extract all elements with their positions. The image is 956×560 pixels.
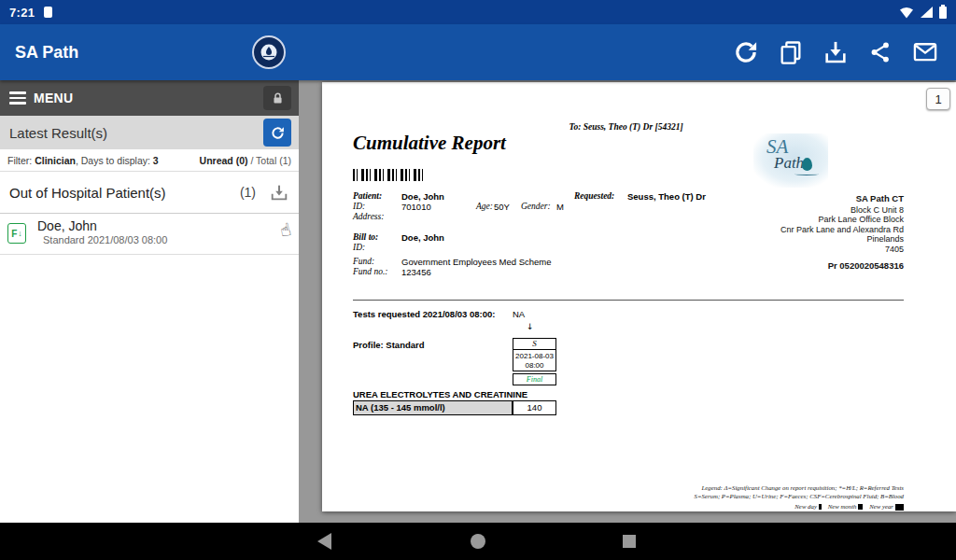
download-icon[interactable]: [822, 38, 850, 66]
latest-results-header: Latest Result(s): [0, 116, 299, 149]
legend-new-day: New day: [794, 503, 817, 510]
patient-name: Doe, John: [37, 218, 97, 233]
lock-icon: [271, 91, 285, 105]
specimen-date: 2021-08-03: [513, 352, 555, 361]
filter-days-text: , Days to display:: [76, 155, 150, 166]
status-icons: [899, 6, 947, 19]
filter-label: Filter:: [7, 155, 32, 166]
legend-line-2: S=Serum; P=Plasma; U=Urine; F=Faeces; CS…: [695, 493, 904, 501]
section-title: Out of Hospital Patient(s): [9, 185, 166, 201]
section-out-of-hospital[interactable]: Out of Hospital Patient(s) (1): [0, 172, 299, 214]
fundno-value: 123456: [401, 267, 431, 277]
app-actions: [732, 38, 956, 66]
logo-wave-icon: [794, 173, 819, 175]
tests-requested-value: NA: [513, 309, 525, 319]
age-value: 50Y: [494, 202, 510, 212]
specimen-datetime-cell: 2021-08-03 08:00: [513, 349, 556, 371]
patient-value: Doe, John: [401, 191, 444, 202]
status-time: 7:21: [9, 6, 35, 20]
menu-button[interactable]: MENU: [0, 80, 299, 116]
logo-path-text: Path: [774, 154, 804, 173]
page-number-badge: 1: [926, 88, 950, 110]
cumulative-report: To: Seuss, Theo (T) Dr [54321] Cumulativ…: [322, 82, 956, 511]
unread-count: Unread (0): [200, 155, 248, 166]
age-label: Age:: [476, 202, 493, 211]
hamburger-icon: [9, 91, 26, 105]
android-nav-bar: [0, 523, 956, 560]
status-bar: 7:21: [0, 0, 956, 24]
app-bar: SA Path: [0, 24, 956, 80]
tests-requested-line: Tests requested 2021/08/03 08:00:: [353, 309, 495, 319]
result-value-cell: 140: [513, 400, 556, 415]
battery-icon: [939, 7, 947, 19]
unread-total: Unread (0) / Total (1): [200, 155, 291, 166]
tests-requested-label: Tests requested 2021/08/03 08:00:: [353, 309, 495, 319]
legend-line-3: New day New month New year: [695, 503, 904, 511]
patient-info-block: Patient: Doe, John Requested: Seuss, The…: [353, 191, 726, 280]
recents-button[interactable]: [623, 535, 636, 548]
refresh-results-button[interactable]: [263, 119, 291, 147]
billto-value: Doe, John: [401, 232, 444, 243]
requested-label: Requested:: [574, 191, 614, 201]
share-icon[interactable]: [866, 38, 894, 66]
requested-value: Seuss, Theo (T) Dr: [627, 191, 706, 202]
download-all-icon[interactable]: [269, 182, 289, 203]
fund-label: Fund:: [353, 257, 374, 266]
sidebar: MENU Latest Result(s) Filter: Clinician …: [0, 80, 299, 523]
total-count: / Total (1): [250, 155, 291, 166]
report-to-line: To: Seuss, Theo (T) Dr [54321]: [322, 122, 930, 132]
patient-detail: Standard 2021/08/03 08:00: [43, 234, 167, 245]
filter-row: Filter: Clinician , Days to display: 3 U…: [0, 149, 299, 172]
mail-icon[interactable]: [911, 38, 939, 66]
document-viewer[interactable]: 1 To: Seuss, Theo (T) Dr [54321] Cumulat…: [299, 80, 956, 523]
barcode: [353, 169, 426, 181]
file-icon-arrow: ↓: [18, 229, 22, 238]
lab-address-block: SA Path CT Block C Unit 8 Park Lane Offi…: [698, 194, 904, 272]
specimen-time: 08:00: [513, 361, 555, 371]
lab-address-line: Cnr Park Lane and Alexandra Rd: [698, 225, 904, 235]
id-label: ID:: [353, 202, 365, 211]
new-month-marker: [858, 504, 863, 510]
screen: 7:21 SA Path: [0, 0, 956, 560]
patient-label: Patient:: [353, 191, 382, 201]
id2-label: ID:: [353, 243, 365, 252]
refresh-icon: [270, 125, 286, 141]
notification-icon: [44, 7, 52, 18]
specimen-status-cell: Final: [513, 373, 556, 385]
refresh-icon[interactable]: [732, 38, 760, 66]
fundno-label: Fund no.:: [353, 267, 387, 276]
gender-label: Gender:: [521, 202, 551, 211]
lab-name: SA Path CT: [698, 194, 904, 204]
billto-label: Bill to:: [353, 232, 378, 242]
file-icon-letter: F: [11, 229, 17, 239]
lab-address-line: Pinelands: [698, 234, 904, 245]
address-label: Address:: [353, 212, 384, 221]
report-legend: Legend: Δ=Significant Change on report r…: [695, 484, 904, 511]
lab-address-line: 7405: [698, 245, 904, 255]
lab-address-line: Park Lane Office Block: [698, 215, 904, 225]
lock-button[interactable]: [263, 86, 291, 110]
hand-cursor-icon: ☝: [278, 218, 293, 241]
column-arrow-icon: ↓: [527, 322, 534, 331]
result-list-item[interactable]: F↓ Doe, John Standard 2021/08/03 08:00 ☝: [0, 214, 299, 255]
logo-droplet-icon: [802, 158, 812, 171]
home-button[interactable]: [471, 534, 485, 549]
back-button[interactable]: [317, 533, 331, 550]
lab-address-line: Block C Unit 8: [698, 205, 904, 216]
crest-icon: [260, 43, 278, 62]
profile-label: Profile: Standard: [353, 340, 425, 350]
filter-days-value: 3: [153, 155, 159, 166]
signal-icon: [921, 7, 933, 18]
legend-new-month: New month: [828, 503, 857, 510]
new-day-marker: [819, 504, 822, 510]
pages-icon[interactable]: [777, 38, 805, 66]
sa-path-logo: SA Path: [753, 133, 828, 188]
filter-clinician: Clinician: [35, 155, 76, 166]
wifi-icon: [899, 6, 914, 19]
new-year-marker: [895, 504, 904, 511]
panel-title: UREA ELECTROLYTES AND CREATININE: [353, 389, 527, 399]
result-file-icon: F↓: [7, 223, 26, 244]
result-test-cell: NA (135 - 145 mmol/l): [353, 400, 513, 415]
latest-results-label: Latest Result(s): [9, 125, 107, 141]
lab-practice-number: Pr 0520020548316: [698, 261, 904, 272]
